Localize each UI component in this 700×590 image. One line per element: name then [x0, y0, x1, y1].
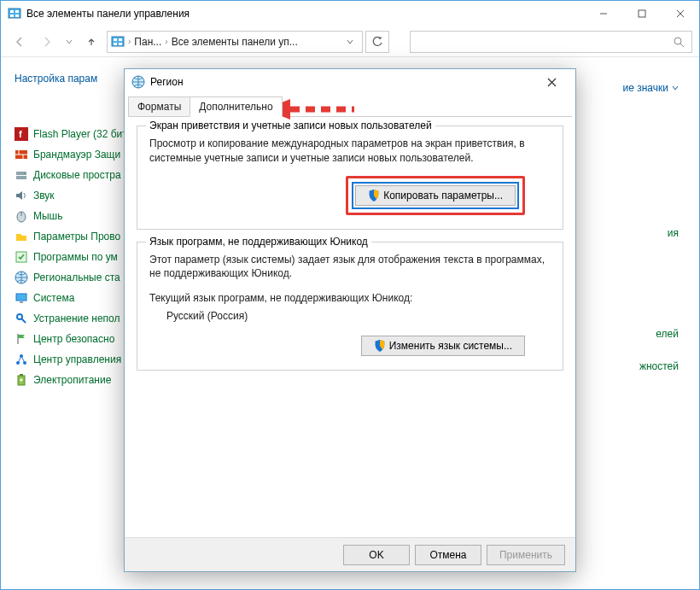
button-label: Отмена — [429, 549, 466, 561]
breadcrumb-part[interactable]: Пан... — [134, 36, 161, 48]
copy-settings-button[interactable]: Копировать параметры... — [355, 185, 516, 206]
default-programs-icon — [15, 250, 28, 264]
non-unicode-group: Язык программ, не поддерживающих Юникод … — [137, 242, 563, 371]
chevron-down-icon — [672, 85, 679, 91]
maximize-button[interactable] — [622, 1, 661, 26]
button-label: OK — [369, 549, 383, 561]
svg-rect-33 — [20, 374, 23, 376]
flash-icon: f — [15, 127, 28, 141]
svg-rect-7 — [639, 10, 645, 17]
breadcrumb-dropdown-icon[interactable] — [341, 38, 359, 45]
cp-item-label: Центр безопасно — [33, 333, 114, 345]
storage-icon — [15, 168, 28, 182]
close-button[interactable] — [661, 1, 699, 26]
mouse-icon — [15, 209, 28, 223]
partial-text: елей — [639, 328, 679, 340]
group-description: Просмотр и копирование международных пар… — [149, 137, 551, 166]
shield-icon — [368, 190, 380, 202]
change-system-locale-button[interactable]: Изменить язык системы... — [361, 336, 525, 356]
dialog-close-button[interactable] — [534, 71, 569, 93]
dialog-button-row: OK Отмена Применить — [125, 537, 575, 571]
titlebar[interactable]: Все элементы панели управления — [1, 1, 699, 26]
button-label: Копировать параметры... — [383, 190, 503, 202]
address-bar: › Пан... › Все элементы панели уп... — [1, 26, 699, 57]
cp-item-label: Устранение непол — [33, 313, 120, 324]
shield-icon — [374, 340, 386, 352]
window-title: Все элементы панели управления — [26, 8, 584, 20]
svg-point-20 — [24, 172, 26, 174]
group-description: Этот параметр (язык системы) задает язык… — [149, 253, 551, 282]
cp-item-label: Звук — [33, 190, 55, 202]
svg-line-11 — [680, 44, 684, 47]
cp-item-label: Параметры Прово — [33, 231, 120, 242]
region-dialog: Регион Форматы Дополнительно Экран приве… — [124, 68, 576, 572]
control-panel-icon — [111, 35, 125, 49]
cp-item-label: Flash Player (32 бит — [33, 128, 127, 140]
refresh-button[interactable] — [365, 31, 389, 53]
folder-options-icon — [15, 230, 28, 243]
sound-icon — [15, 189, 28, 202]
svg-rect-24 — [16, 294, 26, 301]
view-by-label: ие значки — [623, 82, 668, 94]
tab-advanced[interactable]: Дополнительно — [190, 96, 282, 117]
focus-ring: Копировать параметры... — [352, 182, 519, 209]
button-label: Изменить язык системы... — [389, 340, 512, 352]
tab-formats[interactable]: Форматы — [128, 96, 190, 117]
button-label: Применить — [499, 549, 552, 561]
minimize-button[interactable] — [584, 1, 622, 26]
partial-text: жностей — [639, 360, 679, 372]
cp-item-label: Мышь — [33, 210, 63, 222]
flag-icon — [15, 332, 28, 346]
annotation-highlight: Копировать параметры... — [346, 176, 525, 215]
cp-item-label: Региональные ста — [33, 272, 120, 283]
network-icon — [15, 353, 28, 366]
breadcrumb-separator-icon: › — [165, 37, 167, 46]
cancel-button[interactable]: Отмена — [415, 545, 481, 565]
breadcrumb-part[interactable]: Все элементы панели уп... — [172, 36, 298, 48]
troubleshoot-icon — [15, 312, 28, 325]
recent-button[interactable] — [62, 30, 76, 54]
welcome-screen-group: Экран приветствия и учетные записи новых… — [137, 126, 563, 230]
search-input[interactable] — [410, 31, 692, 53]
svg-text:f: f — [19, 129, 22, 139]
dialog-titlebar[interactable]: Регион — [125, 69, 575, 95]
group-title: Язык программ, не поддерживающих Юникод — [146, 236, 371, 248]
current-language-label: Текущий язык программ, не поддерживающих… — [149, 291, 551, 306]
forward-button[interactable] — [35, 30, 59, 54]
search-icon — [673, 36, 685, 48]
svg-rect-19 — [16, 176, 26, 179]
tab-bar: Форматы Дополнительно — [125, 95, 575, 117]
power-icon — [15, 373, 28, 387]
up-button[interactable] — [79, 30, 103, 54]
cp-item-label: Дисковые простра — [33, 169, 121, 181]
dialog-title: Регион — [150, 76, 534, 88]
breadcrumb-separator-icon: › — [128, 37, 131, 46]
partial-text: ия — [639, 227, 679, 239]
cp-item-label: Брандмауэр Защи — [33, 149, 120, 161]
svg-rect-25 — [20, 301, 23, 303]
breadcrumb[interactable]: › Пан... › Все элементы панели уп... — [107, 31, 363, 53]
svg-line-27 — [21, 318, 26, 323]
control-panel-icon — [8, 7, 21, 20]
current-language-value: Русский (Россия) — [149, 309, 551, 324]
globe-icon — [15, 271, 28, 284]
apply-button[interactable]: Применить — [487, 545, 565, 565]
cp-item-label: Система — [33, 292, 74, 304]
cp-item-label: Программы по ум — [33, 251, 118, 263]
group-title: Экран приветствия и учетные записи новых… — [146, 120, 435, 131]
cp-item-label: Центр управления — [33, 353, 121, 365]
cp-item-label: Электропитание — [33, 374, 111, 386]
system-icon — [15, 291, 28, 305]
globe-icon — [131, 75, 145, 89]
partial-text-column: ия елей жностей — [639, 227, 679, 372]
back-button[interactable] — [8, 30, 32, 54]
firewall-icon — [15, 148, 28, 161]
ok-button[interactable]: OK — [343, 545, 410, 565]
svg-point-10 — [674, 38, 681, 44]
view-by-dropdown[interactable]: ие значки — [623, 82, 679, 94]
